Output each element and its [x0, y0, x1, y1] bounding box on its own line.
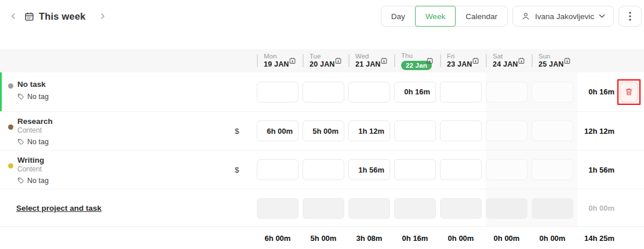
project-name: Content	[17, 165, 257, 174]
week-navigator: This week	[7, 10, 109, 23]
time-cell[interactable]	[394, 159, 436, 180]
kebab-menu-icon	[629, 12, 631, 21]
timesheet-body: No task No tag 0h 16m 0h 16m	[0, 72, 644, 227]
day-total: 6h 00m	[257, 234, 299, 243]
time-cell-disabled	[532, 198, 573, 219]
header-divider	[486, 54, 487, 67]
header-divider	[440, 54, 441, 67]
tag-label: No tag	[27, 93, 49, 101]
time-cell[interactable]	[440, 82, 482, 102]
calendar-copy-icon[interactable]	[334, 57, 342, 65]
billable-indicator: $	[235, 127, 239, 136]
user-selector[interactable]: Ivana Jakovljevic	[512, 6, 614, 27]
select-project-link[interactable]: Select project and task	[16, 204, 101, 213]
time-cell[interactable]: 1h 12m	[348, 120, 390, 141]
more-options-button[interactable]	[618, 6, 642, 27]
row-total: 12h 12m	[584, 127, 614, 136]
calendar-copy-icon[interactable]	[426, 57, 434, 65]
row-writing: Writing Content No tag $ 1h 56m 1h 56m	[0, 150, 644, 189]
annotation-highlight	[617, 79, 641, 105]
chevron-right-icon	[99, 12, 107, 20]
delete-row-button[interactable]	[620, 82, 638, 102]
task-name: Writing	[17, 155, 257, 165]
time-cell-disabled	[486, 198, 527, 219]
tab-day[interactable]: Day	[381, 6, 415, 26]
tag-icon	[17, 93, 24, 100]
time-cell[interactable]	[486, 159, 527, 180]
chevron-left-icon	[9, 12, 17, 20]
day-header-fri: Fri 23 JAN	[440, 49, 486, 72]
totals-row: 6h 00m 5h 00m 3h 08m 0h 16m 0h 00m 0h 00…	[0, 226, 644, 249]
day-header-sat: Sat 24 JAN	[486, 49, 532, 72]
time-cell[interactable]	[394, 120, 436, 141]
time-cell[interactable]	[348, 82, 390, 102]
tag-icon	[17, 177, 24, 184]
chevron-down-icon	[599, 14, 605, 19]
calendar-copy-icon[interactable]	[472, 57, 479, 65]
time-cell[interactable]	[303, 159, 344, 180]
tab-calendar[interactable]: Calendar	[456, 6, 507, 26]
time-cell-disabled	[348, 198, 390, 219]
header-divider	[303, 54, 304, 67]
day-total: 0h 00m	[486, 234, 527, 243]
row-new-entry: Select project and task 0h 00m	[0, 189, 644, 227]
task-name: No task	[17, 79, 257, 89]
project-name: Content	[17, 126, 257, 135]
row-research: Research Content No tag $ 6h 00m 5h 00m …	[0, 111, 644, 150]
day-total: 3h 08m	[348, 234, 390, 243]
time-cell[interactable]	[486, 82, 527, 102]
previous-week-button[interactable]	[7, 10, 20, 23]
tag-label: No tag	[27, 138, 49, 146]
calendar-copy-icon[interactable]	[563, 57, 571, 65]
time-cell[interactable]: 5h 00m	[303, 120, 344, 141]
calendar-copy-icon[interactable]	[518, 57, 525, 65]
calendar-copy-icon[interactable]	[380, 57, 388, 65]
top-bar-actions: Day Week Calendar Ivana Jakovljevic	[381, 6, 642, 27]
time-cell[interactable]	[486, 120, 527, 141]
day-header-row: Mon 19 JAN Tue 20 JAN Wed 21 JAN Thu 22 …	[0, 49, 644, 72]
time-cell[interactable]: 1h 56m	[348, 159, 390, 180]
tag-label: No tag	[27, 177, 49, 185]
user-name: Ivana Jakovljevic	[535, 12, 594, 21]
time-cell-disabled	[440, 198, 482, 219]
row-no-task: No task No tag 0h 16m 0h 16m	[0, 72, 644, 111]
day-header-tue: Tue 20 JAN	[303, 49, 348, 72]
day-total: 0h 00m	[440, 234, 482, 243]
page-title: This week	[39, 11, 86, 22]
tag-icon	[17, 138, 24, 145]
person-icon	[521, 12, 530, 21]
time-cell[interactable]	[532, 82, 573, 102]
calendar-copy-icon[interactable]	[289, 57, 296, 65]
time-cell-disabled	[257, 198, 299, 219]
time-cell[interactable]	[532, 159, 573, 180]
time-cell[interactable]	[532, 120, 573, 141]
time-cell[interactable]	[257, 159, 299, 180]
day-header-thu-today: Thu 22 Jan	[394, 49, 440, 72]
task-name: Research	[17, 116, 257, 126]
calendar-icon[interactable]	[24, 12, 34, 21]
header-divider	[348, 54, 350, 67]
day-header-mon: Mon 19 JAN	[257, 49, 303, 72]
row-total: 1h 56m	[588, 166, 614, 174]
row-total: 0h 16m	[588, 87, 614, 96]
tab-week[interactable]: Week	[415, 6, 456, 27]
time-cell-disabled	[394, 198, 436, 219]
task-color-dot	[8, 163, 13, 169]
day-header-sun: Sun 25 JAN	[532, 49, 577, 72]
task-color-dot	[8, 83, 13, 89]
billable-indicator: $	[235, 166, 239, 174]
header-divider	[394, 54, 395, 67]
week-total: 14h 25m	[577, 234, 644, 243]
time-cell[interactable]: 0h 16m	[394, 82, 436, 102]
time-cell[interactable]: 6h 00m	[257, 120, 299, 141]
day-header-wed: Wed 21 JAN	[348, 49, 394, 72]
view-switcher: Day Week Calendar	[381, 6, 508, 27]
time-cell-disabled	[303, 198, 344, 219]
time-cell[interactable]	[303, 82, 344, 102]
time-cell[interactable]	[440, 159, 482, 180]
next-week-button[interactable]	[96, 10, 109, 23]
row-total: 0h 00m	[588, 204, 614, 213]
time-cell[interactable]	[440, 120, 482, 141]
top-bar: This week Day Week Calendar Ivana Jakovl…	[0, 0, 644, 32]
time-cell[interactable]	[257, 82, 299, 102]
